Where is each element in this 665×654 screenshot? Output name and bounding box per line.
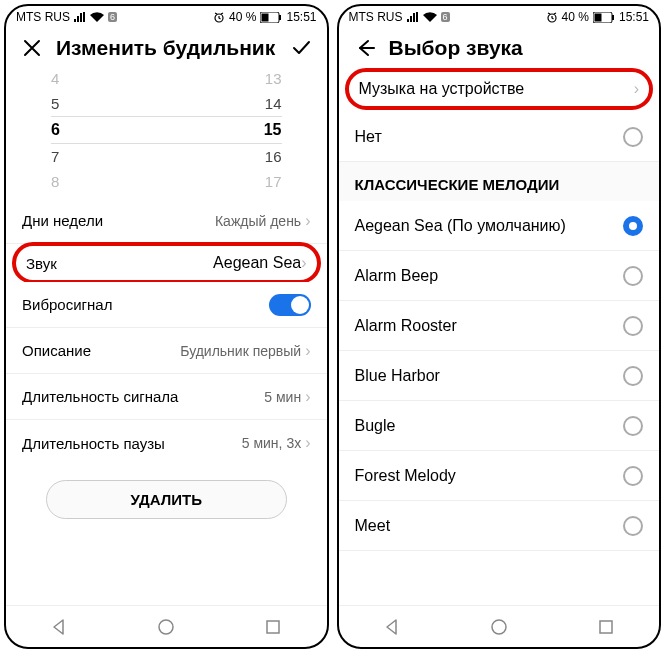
option-label: Нет: [355, 128, 382, 146]
nav-home-icon[interactable]: [490, 618, 508, 636]
alarm-icon: [546, 11, 558, 23]
sim-badge: 6: [108, 12, 117, 22]
android-navbar: [6, 605, 327, 647]
sound-option[interactable]: Forest Melody: [339, 451, 660, 501]
option-label: Meet: [355, 517, 391, 535]
phone-right: MTS RUS 6 40 % 15:51 Выбор звука: [337, 4, 662, 649]
clock-time: 15:51: [286, 10, 316, 24]
wifi-icon: [423, 12, 437, 22]
row-label: Описание: [22, 342, 91, 359]
row-label: Музыка на устройстве: [359, 80, 525, 98]
nav-back-icon[interactable]: [383, 618, 401, 636]
svg-rect-3: [279, 15, 281, 20]
row-days[interactable]: Дни недели Каждый день›: [6, 198, 327, 244]
nav-home-icon[interactable]: [157, 618, 175, 636]
chevron-right-icon: ›: [634, 81, 639, 97]
page-title: Изменить будильник: [56, 36, 277, 60]
status-bar: MTS RUS 6 40 % 15:51: [339, 6, 660, 28]
sound-options-list: Aegean Sea (По умолчанию)Alarm BeepAlarm…: [339, 201, 660, 605]
chevron-right-icon: ›: [305, 435, 310, 451]
delete-button[interactable]: УДАЛИТЬ: [46, 480, 287, 519]
svg-point-10: [492, 620, 506, 634]
chevron-right-icon: ›: [301, 254, 306, 271]
svg-rect-9: [612, 15, 614, 20]
option-label: Forest Melody: [355, 467, 456, 485]
chevron-right-icon: ›: [305, 343, 310, 359]
confirm-icon[interactable]: [289, 36, 313, 60]
battery-pct: 40 %: [229, 10, 256, 24]
row-vibration[interactable]: Вибросигнал: [6, 282, 327, 328]
radio-selected[interactable]: [623, 216, 643, 236]
close-icon[interactable]: [20, 36, 44, 60]
toggle-on[interactable]: [269, 294, 311, 316]
time-picker[interactable]: 413 514 615 716 817: [6, 66, 327, 198]
svg-rect-2: [262, 13, 269, 21]
radio-unselected[interactable]: [623, 316, 643, 336]
signal-icon: [74, 12, 86, 22]
header-sound-select: Выбор звука: [339, 28, 660, 66]
page-title: Выбор звука: [389, 36, 646, 60]
sound-option[interactable]: Aegean Sea (По умолчанию): [339, 201, 660, 251]
svg-point-4: [159, 620, 173, 634]
phone-left: MTS RUS 6 40 % 15:51 Изменить будильник: [4, 4, 329, 649]
radio-unselected[interactable]: [623, 266, 643, 286]
option-label: Alarm Beep: [355, 267, 439, 285]
radio-unselected[interactable]: [623, 516, 643, 536]
carrier-label: MTS RUS: [349, 10, 403, 24]
svg-rect-5: [267, 621, 279, 633]
status-bar: MTS RUS 6 40 % 15:51: [6, 6, 327, 28]
option-label: Bugle: [355, 417, 396, 435]
row-sound-highlighted[interactable]: Звук Aegean Sea›: [12, 242, 321, 284]
wifi-icon: [90, 12, 104, 22]
option-none[interactable]: Нет: [339, 112, 660, 162]
radio-unselected[interactable]: [623, 127, 643, 147]
nav-recent-icon[interactable]: [264, 618, 282, 636]
row-pause-length[interactable]: Длительность паузы 5 мин, 3x›: [6, 420, 327, 466]
chevron-right-icon: ›: [305, 213, 310, 229]
sim-badge: 6: [441, 12, 450, 22]
option-label: Alarm Rooster: [355, 317, 457, 335]
header-edit-alarm: Изменить будильник: [6, 28, 327, 66]
radio-unselected[interactable]: [623, 466, 643, 486]
row-label: Длительность паузы: [22, 435, 165, 452]
svg-rect-11: [600, 621, 612, 633]
svg-rect-8: [594, 13, 601, 21]
section-classic-melodies: КЛАССИЧЕСКИЕ МЕЛОДИИ: [339, 162, 660, 201]
row-label: Дни недели: [22, 212, 103, 229]
android-navbar: [339, 605, 660, 647]
row-music-on-device-highlighted[interactable]: Музыка на устройстве ›: [345, 68, 654, 110]
sound-option[interactable]: Meet: [339, 501, 660, 551]
back-icon[interactable]: [353, 36, 377, 60]
clock-time: 15:51: [619, 10, 649, 24]
alarm-icon: [213, 11, 225, 23]
row-signal-length[interactable]: Длительность сигнала 5 мин›: [6, 374, 327, 420]
sound-option[interactable]: Blue Harbor: [339, 351, 660, 401]
radio-unselected[interactable]: [623, 416, 643, 436]
radio-unselected[interactable]: [623, 366, 643, 386]
row-description[interactable]: Описание Будильник первый›: [6, 328, 327, 374]
battery-pct: 40 %: [562, 10, 589, 24]
battery-icon: [260, 12, 282, 23]
sound-option[interactable]: Alarm Beep: [339, 251, 660, 301]
settings-list: Дни недели Каждый день› Звук Aegean Sea›…: [6, 198, 327, 605]
row-label: Вибросигнал: [22, 296, 112, 313]
row-label: Длительность сигнала: [22, 388, 178, 405]
chevron-right-icon: ›: [305, 389, 310, 405]
nav-back-icon[interactable]: [50, 618, 68, 636]
nav-recent-icon[interactable]: [597, 618, 615, 636]
option-label: Blue Harbor: [355, 367, 440, 385]
signal-icon: [407, 12, 419, 22]
option-label: Aegean Sea (По умолчанию): [355, 217, 566, 235]
row-label: Звук: [26, 255, 57, 272]
sound-option[interactable]: Alarm Rooster: [339, 301, 660, 351]
sound-option[interactable]: Bugle: [339, 401, 660, 451]
battery-icon: [593, 12, 615, 23]
carrier-label: MTS RUS: [16, 10, 70, 24]
